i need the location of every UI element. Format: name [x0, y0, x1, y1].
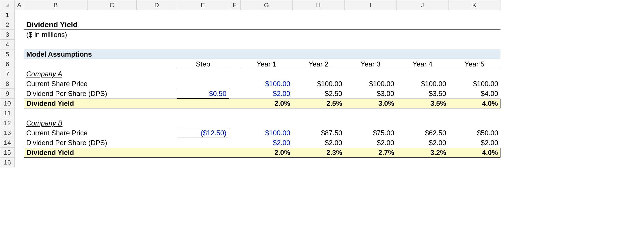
cell-H7[interactable] — [293, 69, 345, 79]
a-step[interactable]: $0.50 — [177, 89, 229, 99]
row-header-6[interactable]: 6 — [0, 59, 15, 69]
cell-F10[interactable] — [229, 99, 241, 108]
cell-F14[interactable] — [229, 138, 241, 148]
label-a-dps[interactable]: Dividend Per Share (DPS) — [24, 89, 177, 99]
b-csp-y4[interactable]: $62.50 — [397, 128, 448, 138]
cell-F13[interactable] — [229, 128, 241, 138]
cell-A4[interactable] — [15, 40, 24, 49]
row-header-10[interactable]: 10 — [0, 99, 15, 108]
cell-A1[interactable] — [15, 10, 24, 20]
label-b-dps[interactable]: Dividend Per Share (DPS) — [24, 138, 177, 148]
b-dps-y4[interactable]: $2.00 — [397, 138, 448, 148]
cell-F8[interactable] — [229, 79, 241, 89]
row-header-14[interactable]: 14 — [0, 138, 15, 148]
b-dps-y2[interactable]: $2.00 — [293, 138, 345, 148]
page-title[interactable]: Dividend Yield — [24, 20, 500, 30]
cell-J12[interactable] — [397, 118, 448, 128]
b-dps-y3[interactable]: $2.00 — [345, 138, 397, 148]
a-dy-y5[interactable]: 4.0% — [448, 99, 500, 108]
b-csp-y3[interactable]: $75.00 — [345, 128, 397, 138]
year-header-5[interactable]: Year 5 — [448, 59, 500, 69]
cell-K12[interactable] — [448, 118, 500, 128]
col-header-D[interactable]: D — [137, 0, 177, 10]
label-a-csp[interactable]: Current Share Price — [24, 79, 177, 89]
cell-G12[interactable] — [241, 118, 293, 128]
cell-E15[interactable] — [177, 148, 229, 158]
b-csp-y5[interactable]: $50.00 — [448, 128, 500, 138]
cell-F6[interactable] — [229, 59, 241, 69]
a-csp-y4[interactable]: $100.00 — [397, 79, 448, 89]
cell-A16[interactable] — [15, 158, 24, 167]
row-header-7[interactable]: 7 — [0, 69, 15, 79]
row-header-13[interactable]: 13 — [0, 128, 15, 138]
cell-E12[interactable] — [177, 118, 229, 128]
cell-G7[interactable] — [241, 69, 293, 79]
cell-E14[interactable] — [177, 138, 229, 148]
cell-A12[interactable] — [15, 118, 24, 128]
cell-row4[interactable] — [24, 40, 500, 49]
a-csp-y1[interactable]: $100.00 — [241, 79, 293, 89]
cell-A10[interactable] — [15, 99, 24, 108]
col-header-K[interactable]: K — [448, 0, 500, 10]
cell-B1[interactable] — [24, 10, 88, 20]
a-dy-y3[interactable]: 3.0% — [345, 99, 397, 108]
year-header-2[interactable]: Year 2 — [293, 59, 345, 69]
b-dy-y3[interactable]: 2.7% — [345, 148, 397, 158]
cell-row11[interactable] — [24, 108, 500, 118]
b-dy-y2[interactable]: 2.3% — [293, 148, 345, 158]
col-header-F[interactable]: F — [229, 0, 241, 10]
select-all-corner[interactable] — [0, 0, 15, 10]
a-dps-y4[interactable]: $3.50 — [397, 89, 448, 99]
cell-H1[interactable] — [293, 10, 345, 20]
cell-row16[interactable] — [24, 158, 500, 167]
b-step[interactable]: ($12.50) — [177, 128, 229, 138]
spreadsheet-grid[interactable]: A B C D E F G H I J K 1 2 Dividend Yield… — [0, 0, 644, 167]
b-dps-y1[interactable]: $2.00 — [241, 138, 293, 148]
cell-C1[interactable] — [88, 10, 137, 20]
cell-C6[interactable] — [88, 59, 137, 69]
row-header-16[interactable]: 16 — [0, 158, 15, 167]
cell-E8[interactable] — [177, 79, 229, 89]
cell-I12[interactable] — [345, 118, 397, 128]
cell-E1[interactable] — [177, 10, 229, 20]
col-header-A[interactable]: A — [15, 0, 24, 10]
a-csp-y3[interactable]: $100.00 — [345, 79, 397, 89]
cell-E7[interactable] — [177, 69, 229, 79]
cell-D1[interactable] — [137, 10, 177, 20]
cell-A3[interactable] — [15, 30, 24, 40]
label-company-a[interactable]: Company A — [24, 69, 177, 79]
cell-D6[interactable] — [137, 59, 177, 69]
col-header-C[interactable]: C — [88, 0, 137, 10]
a-dy-y1[interactable]: 2.0% — [241, 99, 293, 108]
cell-A15[interactable] — [15, 148, 24, 158]
cell-A14[interactable] — [15, 138, 24, 148]
cell-F7[interactable] — [229, 69, 241, 79]
a-dy-y4[interactable]: 3.5% — [397, 99, 448, 108]
row-header-4[interactable]: 4 — [0, 40, 15, 49]
row-header-3[interactable]: 3 — [0, 30, 15, 40]
cell-K1[interactable] — [448, 10, 500, 20]
col-header-H[interactable]: H — [293, 0, 345, 10]
cell-H12[interactable] — [293, 118, 345, 128]
cell-F9[interactable] — [229, 89, 241, 99]
cell-E10[interactable] — [177, 99, 229, 108]
cell-J7[interactable] — [397, 69, 448, 79]
cell-G1[interactable] — [241, 10, 293, 20]
cell-I1[interactable] — [345, 10, 397, 20]
cell-K7[interactable] — [448, 69, 500, 79]
cell-A5[interactable] — [15, 49, 24, 59]
row-header-12[interactable]: 12 — [0, 118, 15, 128]
cell-A8[interactable] — [15, 79, 24, 89]
cell-F1[interactable] — [229, 10, 241, 20]
row-header-15[interactable]: 15 — [0, 148, 15, 158]
year-header-1[interactable]: Year 1 — [241, 59, 293, 69]
cell-I7[interactable] — [345, 69, 397, 79]
cell-A6[interactable] — [15, 59, 24, 69]
cell-J1[interactable] — [397, 10, 448, 20]
cell-A7[interactable] — [15, 69, 24, 79]
a-dy-y2[interactable]: 2.5% — [293, 99, 345, 108]
step-header[interactable]: Step — [177, 59, 229, 69]
col-header-B[interactable]: B — [24, 0, 88, 10]
row-header-11[interactable]: 11 — [0, 108, 15, 118]
year-header-4[interactable]: Year 4 — [397, 59, 448, 69]
